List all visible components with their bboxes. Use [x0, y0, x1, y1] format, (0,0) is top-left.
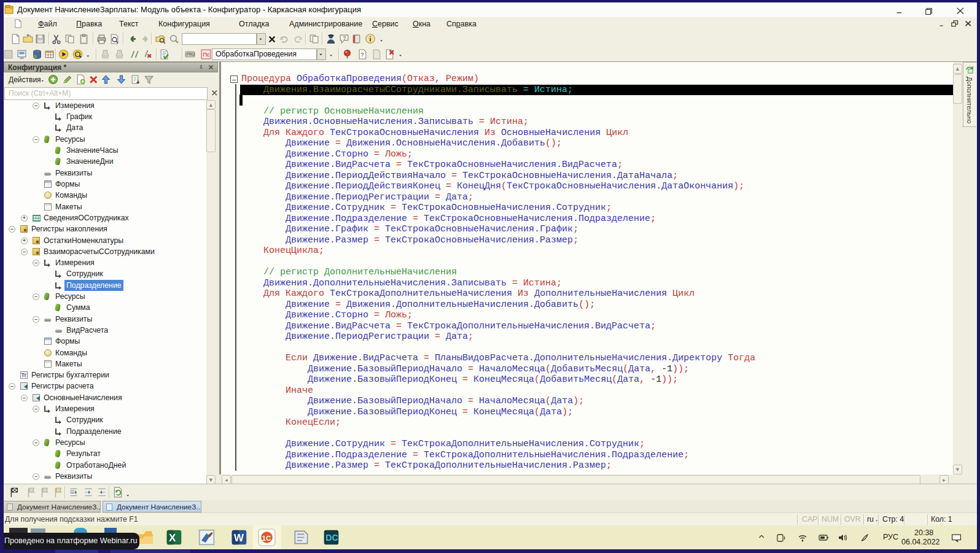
svg-text:PRU: PRU	[187, 52, 195, 56]
svg-text:W: W	[234, 532, 244, 544]
svg-text:?: ?	[360, 51, 364, 58]
svg-text:DC: DC	[325, 533, 338, 543]
svg-text:1С: 1С	[262, 534, 271, 543]
svg-text:?: ?	[343, 35, 346, 41]
svg-text:Пс: Пс	[203, 51, 210, 58]
svg-text:X: X	[169, 532, 176, 544]
